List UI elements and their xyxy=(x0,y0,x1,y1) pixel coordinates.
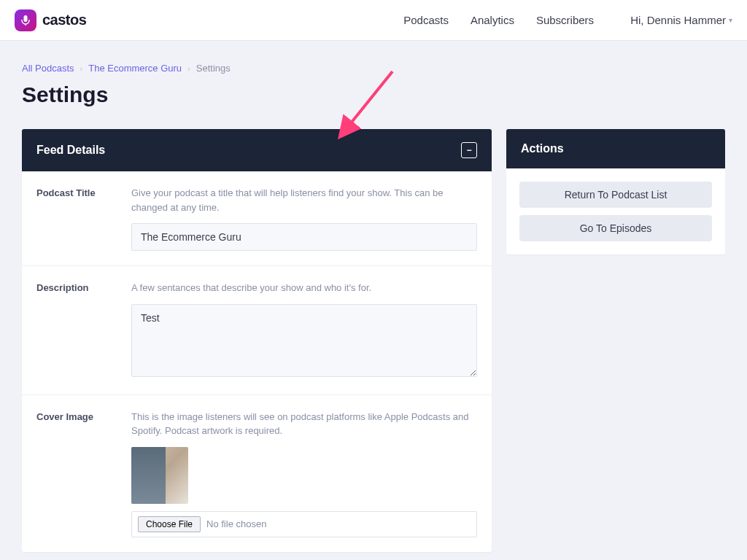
podcast-title-input[interactable] xyxy=(131,223,477,251)
user-menu[interactable]: Hi, Dennis Hammer ▾ xyxy=(630,14,732,26)
breadcrumb-all-podcasts[interactable]: All Podcasts xyxy=(22,63,74,74)
nav-podcasts[interactable]: Podcasts xyxy=(403,14,449,26)
actions-header: Actions xyxy=(506,129,725,168)
help-description: A few sentances that describe your show … xyxy=(131,281,477,295)
help-podcast-title: Give your podcast a title that will help… xyxy=(131,186,477,214)
mic-icon xyxy=(20,15,31,26)
page-body: All Podcasts › The Ecommerce Guru › Sett… xyxy=(0,41,747,560)
label-cover-image: Cover Image xyxy=(36,410,117,537)
row-podcast-title: Podcast Title Give your podcast a title … xyxy=(22,171,492,266)
breadcrumb-podcast-name[interactable]: The Ecommerce Guru xyxy=(88,63,182,74)
body-description: A few sentances that describe your show … xyxy=(131,281,477,380)
description-textarea[interactable] xyxy=(131,304,477,377)
brand-name: castos xyxy=(42,12,86,28)
nav-analytics[interactable]: Analytics xyxy=(471,14,514,26)
brand-logo[interactable]: castos xyxy=(15,9,86,31)
file-status-text: No file chosen xyxy=(206,518,266,529)
chevron-down-icon: ▾ xyxy=(729,16,732,24)
main-column: Feed Details − Podcast Title Give your p… xyxy=(22,129,492,552)
layout: Feed Details − Podcast Title Give your p… xyxy=(22,129,725,552)
label-podcast-title: Podcast Title xyxy=(36,186,117,251)
return-to-podcast-list-button[interactable]: Return To Podcast List xyxy=(519,182,712,208)
body-cover-image: This is the image listeners will see on … xyxy=(131,410,477,537)
topbar: castos Podcasts Analytics Subscribers Hi… xyxy=(0,0,747,41)
page-title: Settings xyxy=(22,82,725,107)
main-nav: Podcasts Analytics Subscribers Hi, Denni… xyxy=(403,14,732,26)
row-description: Description A few sentances that describ… xyxy=(22,266,492,395)
collapse-toggle[interactable]: − xyxy=(461,142,477,158)
go-to-episodes-button[interactable]: Go To Episodes xyxy=(519,215,712,241)
row-cover-image: Cover Image This is the image listeners … xyxy=(22,395,492,552)
minus-icon: − xyxy=(466,145,471,155)
breadcrumb-current: Settings xyxy=(196,63,231,74)
breadcrumb: All Podcasts › The Ecommerce Guru › Sett… xyxy=(22,63,725,74)
svg-rect-0 xyxy=(24,15,28,22)
label-description: Description xyxy=(36,281,117,380)
user-greeting: Hi, Dennis Hammer xyxy=(630,14,726,26)
chevron-right-icon: › xyxy=(187,64,190,73)
nav-subscribers[interactable]: Subscribers xyxy=(536,14,594,26)
logo-badge xyxy=(15,9,36,31)
panel-title: Feed Details xyxy=(36,144,105,157)
action-list: Return To Podcast List Go To Episodes xyxy=(506,168,725,254)
feed-details-header: Feed Details − xyxy=(22,129,492,171)
body-podcast-title: Give your podcast a title that will help… xyxy=(131,186,477,251)
cover-image-thumbnail[interactable] xyxy=(131,447,188,504)
panel-title: Actions xyxy=(521,142,564,155)
choose-file-button[interactable]: Choose File xyxy=(138,516,201,532)
actions-panel: Actions Return To Podcast List Go To Epi… xyxy=(506,129,725,254)
help-cover-image: This is the image listeners will see on … xyxy=(131,410,477,438)
chevron-right-icon: › xyxy=(80,64,83,73)
side-column: Actions Return To Podcast List Go To Epi… xyxy=(506,129,725,254)
feed-details-panel: Feed Details − Podcast Title Give your p… xyxy=(22,129,492,552)
file-input-row: Choose File No file chosen xyxy=(131,511,477,537)
